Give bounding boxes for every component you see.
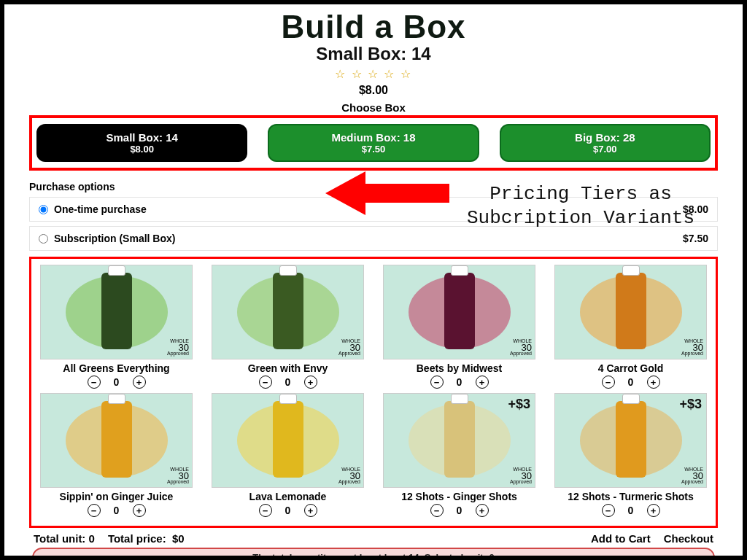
decrement-button[interactable]: − <box>259 504 272 517</box>
product-thumbnail[interactable]: WHOLE30Approved <box>212 265 364 359</box>
decrement-button[interactable]: − <box>259 376 272 389</box>
decrement-button[interactable]: − <box>88 504 101 517</box>
decrement-button[interactable]: − <box>602 504 615 517</box>
page-title: Build a Box <box>29 9 718 45</box>
product-name: Sippin' on Ginger Juice <box>40 491 193 502</box>
tier-label: Medium Box: 18 <box>331 131 415 144</box>
increment-button[interactable]: + <box>304 376 317 389</box>
increment-button[interactable]: + <box>476 376 489 389</box>
product-card-4: WHOLE30ApprovedSippin' on Ginger Juice−0… <box>40 393 193 517</box>
tier-price: $7.50 <box>362 144 386 155</box>
product-name: 12 Shots - Ginger Shots <box>383 491 535 502</box>
increment-button[interactable]: + <box>304 504 317 517</box>
tier-label: Big Box: 28 <box>575 131 635 144</box>
quantity-value: 0 <box>112 376 121 388</box>
quantity-value: 0 <box>455 505 464 516</box>
whole30-badge-icon: WHOLE30Approved <box>167 339 189 356</box>
quantity-value: 0 <box>627 376 635 388</box>
product-name: 4 Carrot Gold <box>554 362 707 374</box>
whole30-badge-icon: WHOLE30Approved <box>338 339 360 356</box>
whole30-badge-icon: WHOLE30Approved <box>338 467 360 484</box>
tier-label: Small Box: 14 <box>106 131 177 144</box>
product-thumbnail[interactable]: WHOLE30Approved <box>383 265 535 359</box>
total-unit-label: Total unit: 0 <box>34 532 95 545</box>
whole30-badge-icon: WHOLE30Approved <box>681 339 703 356</box>
product-thumbnail[interactable]: +$3WHOLE30Approved <box>554 393 707 488</box>
purchase-option-price: $7.50 <box>683 233 708 244</box>
product-card-2: WHOLE30ApprovedBeets by Midwest−0+ <box>383 265 535 389</box>
product-card-5: WHOLE30ApprovedLava Lemonade−0+ <box>212 393 364 517</box>
quantity-value: 0 <box>455 376 464 388</box>
product-name: All Greens Everything <box>40 362 193 374</box>
decrement-button[interactable]: − <box>602 376 615 389</box>
increment-button[interactable]: + <box>647 376 660 389</box>
whole30-badge-icon: WHOLE30Approved <box>167 467 189 484</box>
whole30-badge-icon: WHOLE30Approved <box>510 339 532 356</box>
product-card-7: +$3WHOLE30Approved12 Shots - Turmeric Sh… <box>554 393 707 517</box>
product-thumbnail[interactable]: +$3WHOLE30Approved <box>383 393 535 488</box>
pricing-tier-1[interactable]: Medium Box: 18$7.50 <box>268 124 479 162</box>
product-grid: WHOLE30ApprovedAll Greens Everything−0+W… <box>29 257 718 528</box>
quantity-value: 0 <box>112 505 121 516</box>
quantity-value: 0 <box>284 505 293 516</box>
product-name: Green with Envy <box>212 362 364 374</box>
quantity-value: 0 <box>284 376 293 388</box>
rating-stars: ☆ ☆ ☆ ☆ ☆ <box>29 67 718 81</box>
surcharge-badge: +$3 <box>508 397 530 412</box>
product-card-3: WHOLE30Approved4 Carrot Gold−0+ <box>554 265 707 389</box>
tier-price: $8.00 <box>130 144 154 155</box>
increment-button[interactable]: + <box>133 504 146 517</box>
checkout-button[interactable]: Checkout <box>664 532 713 545</box>
total-price-label: Total price: $0 <box>108 532 185 545</box>
cart-footer: Total unit: 0 Total price: $0 Add to Car… <box>29 532 718 545</box>
product-card-0: WHOLE30ApprovedAll Greens Everything−0+ <box>40 265 193 389</box>
product-thumbnail[interactable]: WHOLE30Approved <box>554 265 707 359</box>
product-card-1: WHOLE30ApprovedGreen with Envy−0+ <box>212 265 364 389</box>
purchase-option-1[interactable]: Subscription (Small Box)$7.50 <box>29 226 718 251</box>
product-name: Lava Lemonade <box>212 491 364 502</box>
purchase-option-radio[interactable] <box>39 234 48 244</box>
product-thumbnail[interactable]: WHOLE30Approved <box>40 265 193 359</box>
surcharge-badge: +$3 <box>679 397 702 412</box>
product-thumbnail[interactable]: WHOLE30Approved <box>212 393 364 488</box>
header-price: $8.00 <box>29 84 718 97</box>
annotation-text: Pricing Tiers as Subcription Variants <box>442 182 719 230</box>
quantity-alert: The total quantity must be at least 14. … <box>32 548 715 560</box>
pricing-tier-0[interactable]: Small Box: 14$8.00 <box>36 124 247 162</box>
whole30-badge-icon: WHOLE30Approved <box>510 467 532 484</box>
increment-button[interactable]: + <box>476 504 489 517</box>
decrement-button[interactable]: − <box>88 376 101 389</box>
product-thumbnail[interactable]: WHOLE30Approved <box>40 393 193 488</box>
quantity-value: 0 <box>627 505 635 516</box>
purchase-option-radio[interactable] <box>39 205 48 214</box>
increment-button[interactable]: + <box>647 504 660 517</box>
page-subtitle: Small Box: 14 <box>29 44 718 64</box>
increment-button[interactable]: + <box>133 376 146 389</box>
decrement-button[interactable]: − <box>430 504 444 517</box>
pricing-tier-group: Small Box: 14$8.00Medium Box: 18$7.50Big… <box>29 115 718 171</box>
total-price-value: $0 <box>172 532 185 545</box>
purchase-option-label: Subscription (Small Box) <box>54 233 175 244</box>
whole30-badge-icon: WHOLE30Approved <box>681 467 703 484</box>
tier-price: $7.00 <box>593 144 617 155</box>
decrement-button[interactable]: − <box>430 376 444 389</box>
product-name: 12 Shots - Turmeric Shots <box>554 491 707 502</box>
product-card-6: +$3WHOLE30Approved12 Shots - Ginger Shot… <box>383 393 535 517</box>
total-unit-value: 0 <box>89 532 95 545</box>
add-to-cart-button[interactable]: Add to Cart <box>591 532 651 545</box>
purchase-option-label: One-time purchase <box>54 203 147 215</box>
choose-box-label: Choose Box <box>29 101 718 114</box>
product-name: Beets by Midwest <box>383 362 535 374</box>
pricing-tier-2[interactable]: Big Box: 28$7.00 <box>500 124 711 162</box>
